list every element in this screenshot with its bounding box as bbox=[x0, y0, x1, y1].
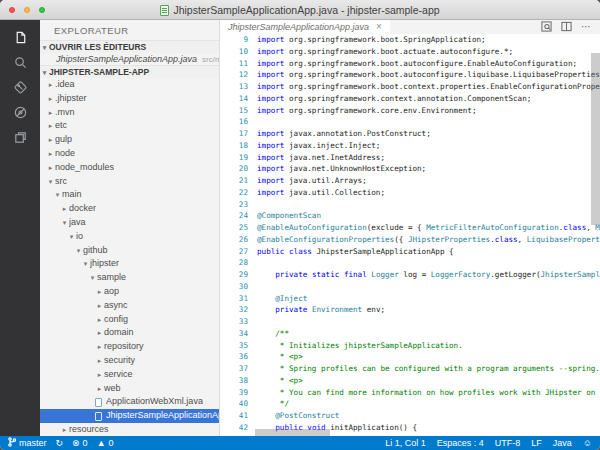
code-line[interactable]: 17import javax.annotation.PostConstruct; bbox=[220, 128, 600, 140]
tree-item[interactable]: ▸.jhipster bbox=[40, 92, 219, 106]
line-number: 13 bbox=[220, 81, 257, 93]
code-line[interactable]: 31 @Inject bbox=[220, 293, 600, 305]
code-line[interactable]: 32 private Environment env; bbox=[220, 304, 600, 316]
tree-item[interactable]: ▾sample bbox=[40, 271, 219, 285]
code-line[interactable]: 16 bbox=[220, 116, 600, 128]
tree-item[interactable]: ▸security bbox=[40, 354, 219, 368]
vertical-scrollbar[interactable] bbox=[591, 53, 600, 225]
window-title: JhipsterSampleApplicationApp.java - jhip… bbox=[173, 4, 439, 16]
git-branch-indicator[interactable]: master bbox=[8, 437, 47, 449]
close-tab-icon[interactable]: × bbox=[376, 22, 382, 32]
tree-item[interactable]: ▸resources bbox=[40, 423, 219, 436]
code-line[interactable]: 41 @PostConstruct bbox=[220, 410, 600, 422]
tree-item[interactable]: ▸service bbox=[40, 368, 219, 382]
tree-item[interactable]: ApplicationWebXml.java bbox=[40, 395, 219, 409]
code-line[interactable]: 26@EnableConfigurationProperties({ JHips… bbox=[220, 234, 600, 246]
sync-button[interactable]: ↻ bbox=[56, 439, 64, 448]
code-line[interactable]: 21import java.util.Arrays; bbox=[220, 175, 600, 187]
more-actions-icon[interactable]: ⋯ bbox=[581, 24, 592, 30]
code-line[interactable]: 37 * Spring profiles can be configured w… bbox=[220, 363, 600, 375]
open-editors-header[interactable]: ▾ OUVRIR LES ÉDITEURS bbox=[40, 40, 219, 53]
code-line[interactable]: 25@EnableAutoConfiguration(exclude = { M… bbox=[220, 222, 600, 234]
encoding-indicator[interactable]: UTF-8 bbox=[495, 438, 521, 448]
eol-indicator[interactable]: LF bbox=[531, 438, 542, 448]
tree-item[interactable]: ▸domain bbox=[40, 326, 219, 340]
tree-item-label: src bbox=[55, 175, 67, 189]
search-icon[interactable] bbox=[0, 50, 40, 75]
code-line[interactable]: 38 * <p> bbox=[220, 375, 600, 387]
tree-item[interactable]: ▾io bbox=[40, 230, 219, 244]
project-section-header[interactable]: ▾ JHIPSTER-SAMPLE-APP bbox=[40, 65, 219, 78]
horizontal-scrollbar[interactable] bbox=[255, 429, 330, 436]
tree-item[interactable]: ▸aop bbox=[40, 285, 219, 299]
tab-jhipster-sample-application-app[interactable]: JhipsterSampleApplicationApp.java × bbox=[220, 20, 390, 34]
tree-item[interactable]: ▸.idea bbox=[40, 78, 219, 92]
open-editor-item[interactable]: JhipsterSampleApplicationApp.javasrc/m..… bbox=[40, 53, 219, 65]
tree-item[interactable]: ▸gulp bbox=[40, 133, 219, 147]
code-line[interactable]: 29 private static final Logger log = Log… bbox=[220, 269, 600, 281]
code-line[interactable]: 14import org.springframework.context.ann… bbox=[220, 93, 600, 105]
tree-item[interactable]: ▾jhipster bbox=[40, 257, 219, 271]
code-line[interactable]: 15import org.springframework.core.env.En… bbox=[220, 105, 600, 117]
tree-item[interactable]: ▸etc bbox=[40, 119, 219, 133]
tree-item[interactable]: ▸config bbox=[40, 313, 219, 327]
line-number: 10 bbox=[220, 46, 257, 58]
chevron-right-icon: ▸ bbox=[46, 161, 55, 175]
code-line[interactable]: 36 * <p> bbox=[220, 351, 600, 363]
tree-item-label: .jhipster bbox=[55, 92, 87, 106]
tree-item[interactable]: ▸.mvn bbox=[40, 106, 219, 120]
code-line[interactable]: 20import java.net.UnknownHostException; bbox=[220, 163, 600, 175]
code-line[interactable]: 12import org.springframework.boot.autoco… bbox=[220, 69, 600, 81]
code-line[interactable]: 27public class JhipsterSampleApplication… bbox=[220, 246, 600, 258]
code-line[interactable]: 23 bbox=[220, 199, 600, 211]
tree-item[interactable]: ▾main bbox=[40, 188, 219, 202]
chevron-down-icon: ▾ bbox=[81, 257, 90, 271]
code-line[interactable]: 19import java.net.InetAddress; bbox=[220, 152, 600, 164]
chevron-right-icon: ▸ bbox=[60, 423, 69, 436]
tree-item[interactable]: ▸node bbox=[40, 147, 219, 161]
chevron-down-icon: ▾ bbox=[40, 41, 49, 54]
code-line[interactable]: 39 * You can find more information on ho… bbox=[220, 387, 600, 399]
tree-item[interactable]: ▸node_modules bbox=[40, 161, 219, 175]
cursor-position[interactable]: Li 1, Col 1 bbox=[385, 438, 426, 448]
code-line[interactable]: 30 bbox=[220, 281, 600, 293]
line-number: 19 bbox=[220, 152, 257, 164]
code-line[interactable]: 18import javax.inject.Inject; bbox=[220, 140, 600, 152]
code-line[interactable]: 35 * Initializes jhipsterSampleApplicati… bbox=[220, 340, 600, 352]
code-line[interactable]: 40 */ bbox=[220, 398, 600, 410]
tree-item[interactable]: ▸web bbox=[40, 382, 219, 396]
extensions-icon[interactable] bbox=[0, 125, 40, 150]
source-control-git-icon[interactable] bbox=[0, 75, 40, 100]
chevron-right-icon: ▸ bbox=[95, 340, 104, 354]
tree-item[interactable]: ▸repository bbox=[40, 340, 219, 354]
code-line[interactable]: 22import java.util.Collection; bbox=[220, 187, 600, 199]
chevron-right-icon: ▸ bbox=[95, 354, 104, 368]
code-editor[interactable]: 9import org.springframework.boot.SpringA… bbox=[220, 34, 600, 436]
tree-item[interactable]: ▾github bbox=[40, 244, 219, 258]
code-line[interactable]: 33 bbox=[220, 316, 600, 328]
code-line[interactable]: 9import org.springframework.boot.SpringA… bbox=[220, 34, 600, 46]
code-line[interactable]: 34 /** bbox=[220, 328, 600, 340]
tree-item-label: etc bbox=[55, 119, 67, 133]
tree-item[interactable]: ▸async bbox=[40, 299, 219, 313]
tree-item[interactable]: JhipsterSampleApplicationApp.java bbox=[40, 409, 219, 423]
warning-count[interactable]: ▲ 0 bbox=[97, 438, 114, 448]
code-line[interactable]: 10import org.springframework.boot.actuat… bbox=[220, 46, 600, 58]
line-number: 31 bbox=[220, 293, 257, 305]
code-line[interactable]: 13import org.springframework.boot.contex… bbox=[220, 81, 600, 93]
tree-item[interactable]: ▾java bbox=[40, 216, 219, 230]
code-line[interactable]: 11import org.springframework.boot.autoco… bbox=[220, 58, 600, 70]
indentation-indicator[interactable]: Espaces : 4 bbox=[437, 438, 484, 448]
line-number: 39 bbox=[220, 387, 257, 399]
tree-item[interactable]: ▸docker bbox=[40, 202, 219, 216]
error-icon: ⊗ bbox=[72, 439, 80, 448]
language-mode-indicator[interactable]: Java bbox=[553, 438, 572, 448]
feedback-smiley-icon[interactable]: ☺ bbox=[583, 439, 592, 448]
chevron-right-icon: ▸ bbox=[95, 382, 104, 396]
code-line[interactable]: 28 bbox=[220, 257, 600, 269]
error-count[interactable]: ⊗ 0 bbox=[72, 438, 88, 448]
explorer-icon[interactable] bbox=[0, 25, 40, 50]
tree-item[interactable]: ▾src bbox=[40, 175, 219, 189]
code-line[interactable]: 24@ComponentScan bbox=[220, 210, 600, 222]
debug-icon[interactable] bbox=[0, 100, 40, 125]
